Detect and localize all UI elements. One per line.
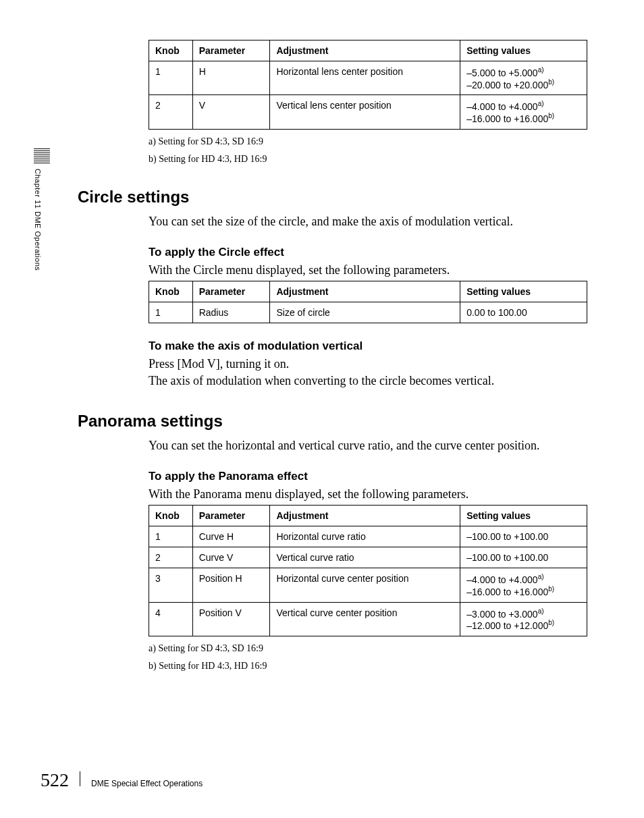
- heading-apply-circle: To apply the Circle effect: [149, 246, 591, 259]
- th-knob: Knob: [149, 40, 193, 61]
- th-setting: Setting values: [460, 506, 587, 526]
- table-row: 1 H Horizontal lens center position –5.0…: [149, 61, 587, 95]
- setting-line1: –4.000 to +4.000: [466, 574, 538, 585]
- cell-adj: Horizontal lens center position: [270, 61, 460, 95]
- chapter-label: Chapter 11 DME Operations: [34, 169, 42, 271]
- cell-setting: 0.00 to 100.00: [460, 302, 587, 323]
- cell-knob: 1: [149, 526, 193, 547]
- main-content: Knob Parameter Adjustment Setting values…: [78, 37, 591, 672]
- setting-line2: –20.000 to +20.000: [466, 79, 548, 90]
- cell-adj: Size of circle: [270, 302, 460, 323]
- table-row: 2 V Vertical lens center position –4.000…: [149, 95, 587, 129]
- cell-knob: 1: [149, 302, 193, 323]
- cell-adj: Horizontal curve ratio: [270, 526, 460, 547]
- heading-apply-panorama: To apply the Panorama effect: [149, 470, 591, 483]
- th-parameter: Parameter: [192, 281, 270, 302]
- setting-line2: –16.000 to +16.000: [466, 113, 548, 124]
- table-lens: Knob Parameter Adjustment Setting values…: [149, 40, 587, 130]
- footer-section-title: DME Special Effect Operations: [91, 779, 203, 788]
- table-row: 1 Radius Size of circle 0.00 to 100.00: [149, 302, 587, 323]
- table-row: 2 Curve V Vertical curve ratio –100.00 t…: [149, 547, 587, 568]
- footer: 522 DME Special Effect Operations: [41, 769, 203, 791]
- cell-setting: –3.000 to +3.000a) –12.000 to +12.000b): [460, 602, 587, 636]
- cell-adj: Vertical lens center position: [270, 95, 460, 129]
- cell-knob: 2: [149, 95, 193, 129]
- th-parameter: Parameter: [192, 40, 270, 61]
- th-knob: Knob: [149, 506, 193, 526]
- table-header-row: Knob Parameter Adjustment Setting values: [149, 40, 587, 61]
- note-a: a): [538, 607, 544, 615]
- cell-param: H: [192, 61, 270, 95]
- cell-knob: 4: [149, 602, 193, 636]
- th-setting: Setting values: [460, 281, 587, 302]
- footnote-b: b) Setting for HD 4:3, HD 16:9: [149, 154, 591, 165]
- footnote-b: b) Setting for HD 4:3, HD 16:9: [149, 661, 591, 672]
- panorama-intro: You can set the horizontal and vertical …: [149, 437, 591, 454]
- setting-line2: –16.000 to +16.000: [466, 587, 548, 597]
- heading-circle-settings: Circle settings: [78, 188, 591, 207]
- cell-adj: Vertical curve ratio: [270, 547, 460, 568]
- th-setting: Setting values: [460, 40, 587, 61]
- table-header-row: Knob Parameter Adjustment Setting values: [149, 506, 587, 526]
- table-panorama: Knob Parameter Adjustment Setting values…: [149, 505, 587, 636]
- panorama-sub1-text: With the Panorama menu displayed, set th…: [149, 486, 591, 502]
- cell-knob: 1: [149, 61, 193, 95]
- th-adjustment: Adjustment: [270, 281, 460, 302]
- note-b: b): [548, 112, 554, 119]
- note-b: b): [548, 619, 554, 626]
- circle-sub1-text: With the Circle menu displayed, set the …: [149, 262, 591, 278]
- note-a: a): [538, 100, 544, 107]
- sidebar: Chapter 11 DME Operations: [34, 148, 50, 271]
- cell-setting: –5.000 to +5.000a) –20.000 to +20.000b): [460, 61, 587, 95]
- table-row: 1 Curve H Horizontal curve ratio –100.00…: [149, 526, 587, 547]
- cell-setting: –4.000 to +4.000a) –16.000 to +16.000b): [460, 568, 587, 602]
- table-circle: Knob Parameter Adjustment Setting values…: [149, 281, 587, 323]
- setting-line1: –3.000 to +3.000: [466, 608, 538, 619]
- cell-param: Curve V: [192, 547, 270, 568]
- note-b: b): [548, 78, 554, 86]
- circle-intro: You can set the size of the circle, and …: [149, 213, 591, 229]
- cell-adj: Horizontal curve center position: [270, 568, 460, 602]
- note-a: a): [538, 66, 544, 74]
- setting-line1: –4.000 to +4.000: [466, 101, 538, 112]
- cell-knob: 2: [149, 547, 193, 568]
- heading-mod-vertical: To make the axis of modulation vertical: [149, 339, 591, 353]
- th-adjustment: Adjustment: [270, 506, 460, 526]
- th-knob: Knob: [149, 281, 193, 302]
- cell-param: Curve H: [192, 526, 270, 547]
- cell-knob: 3: [149, 568, 193, 602]
- cell-setting: –100.00 to +100.00: [460, 526, 587, 547]
- table-row: 3 Position H Horizontal curve center pos…: [149, 568, 587, 602]
- cell-adj: Vertical curve center position: [270, 602, 460, 636]
- table-header-row: Knob Parameter Adjustment Setting values: [149, 281, 587, 302]
- mod-v-line2: The axis of modulation when converting t…: [149, 373, 591, 389]
- mod-v-line1: Press [Mod V], turning it on.: [149, 356, 591, 372]
- th-parameter: Parameter: [192, 506, 270, 526]
- cell-param: Radius: [192, 302, 270, 323]
- th-adjustment: Adjustment: [270, 40, 460, 61]
- cell-param: Position H: [192, 568, 270, 602]
- cell-param: V: [192, 95, 270, 129]
- cell-setting: –100.00 to +100.00: [460, 547, 587, 568]
- table-row: 4 Position V Vertical curve center posit…: [149, 602, 587, 636]
- footnote-a: a) Setting for SD 4:3, SD 16:9: [149, 136, 591, 147]
- note-b: b): [548, 585, 554, 593]
- footnote-a: a) Setting for SD 4:3, SD 16:9: [149, 643, 591, 654]
- heading-panorama-settings: Panorama settings: [78, 412, 591, 431]
- setting-line1: –5.000 to +5.000: [466, 67, 538, 78]
- note-a: a): [538, 573, 544, 580]
- footer-separator: [80, 771, 80, 786]
- page-number: 522: [41, 769, 69, 791]
- cell-setting: –4.000 to +4.000a) –16.000 to +16.000b): [460, 95, 587, 129]
- sidebar-lines-icon: [34, 148, 50, 163]
- cell-param: Position V: [192, 602, 270, 636]
- setting-line2: –12.000 to +12.000: [466, 620, 548, 631]
